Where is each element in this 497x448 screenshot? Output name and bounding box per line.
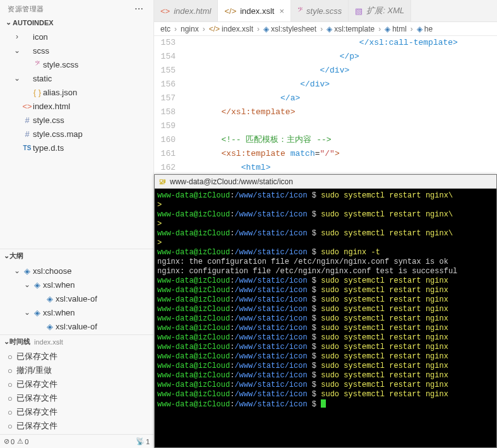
chevron-icon: ›	[13, 32, 21, 41]
tabbar: <>index.html</>index.xslt×𝄢style.scss▧扩展…	[154, 0, 497, 22]
breadcrumb-item[interactable]: ◈ xsl:template	[326, 25, 374, 33]
outline-label: xsl:choose	[33, 266, 71, 276]
timeline-header[interactable]: ⌄ 时间线 index.xslt	[0, 334, 153, 348]
breadcrumb-label: etc	[160, 25, 171, 33]
symbol-icon: ◈	[44, 294, 56, 304]
file-icon: 𝄢	[32, 59, 43, 69]
timeline-item[interactable]: ○已保存文件	[0, 350, 153, 363]
file-item[interactable]: { }alias.json	[0, 85, 153, 99]
outline-title: 大纲	[9, 251, 23, 261]
chevron-icon: ⌄	[13, 266, 21, 275]
outline-label: xsl:value-of	[56, 322, 97, 331]
breadcrumb-item[interactable]: etc	[160, 25, 171, 33]
file-label: style.scss	[43, 60, 78, 69]
chevron-icon: ⌄	[23, 280, 32, 289]
circle-icon: ○	[8, 352, 16, 362]
terminal-window[interactable]: 🖳 www-data@izCloud:/www/static/icon www-…	[154, 174, 497, 448]
breadcrumb-item[interactable]: ◈ html	[385, 25, 407, 33]
file-icon: #	[21, 129, 33, 139]
separator-icon: ›	[378, 25, 381, 33]
chevron-icon: ⌄	[13, 46, 21, 55]
file-item[interactable]: <>index.html	[0, 99, 153, 113]
tab-icon: <>	[160, 6, 170, 16]
terminal-titlebar[interactable]: 🖳 www-data@izCloud:/www/static/icon	[155, 175, 496, 189]
file-item[interactable]: #style.css	[0, 113, 153, 127]
separator-icon: ›	[203, 25, 205, 33]
outline-label: xsl:when	[43, 280, 75, 290]
project-header[interactable]: ⌄ AUTOINDEX	[0, 16, 153, 28]
breadcrumb-label: index.xslt	[222, 25, 253, 33]
folder-item[interactable]: ⌄scss	[0, 44, 153, 57]
timeline-label: 已保存文件	[16, 379, 57, 390]
breadcrumb-item[interactable]: nginx	[181, 25, 199, 33]
tab-style-scss[interactable]: 𝄢style.scss	[291, 0, 349, 21]
timeline-label: 已保存文件	[16, 420, 57, 432]
file-label: style.css.map	[33, 129, 83, 139]
timeline-item[interactable]: ○已保存文件	[0, 377, 153, 391]
tab-index-xslt[interactable]: </>index.xslt×	[218, 0, 291, 21]
chevron-icon: ⌄	[13, 74, 21, 83]
chevron-down-icon: ⌄	[4, 338, 9, 346]
tab-label: 扩展: XML	[366, 5, 404, 16]
statusbar: ⊘0 ⚠0 📡1	[0, 434, 153, 448]
breadcrumb-label: he	[424, 25, 433, 33]
close-icon[interactable]: ×	[279, 6, 284, 16]
breadcrumb-item[interactable]: </> index.xslt	[209, 25, 253, 33]
outline-item[interactable]: ◈xsl:value-of	[0, 319, 153, 333]
folder-item[interactable]: ⌄static	[0, 71, 153, 85]
file-icon: TS	[21, 144, 33, 151]
outline-item[interactable]: ⌄◈xsl:when	[0, 305, 153, 319]
tab-icon: 𝄢	[297, 6, 302, 16]
editor-area: <>index.html</>index.xslt×𝄢style.scss▧扩展…	[154, 0, 497, 448]
separator-icon: ›	[257, 25, 260, 33]
separator-icon: ›	[410, 25, 413, 33]
breadcrumb-label: xsl:template	[334, 25, 374, 33]
folder-item[interactable]: ›icon	[0, 30, 153, 44]
breadcrumb-label: nginx	[181, 25, 199, 33]
file-label: icon	[33, 32, 48, 42]
timeline-item[interactable]: ○撤消/重做	[0, 363, 153, 377]
tab-index-html[interactable]: <>index.html	[154, 0, 218, 21]
outline-item[interactable]: ⌄◈xsl:when	[0, 278, 153, 292]
tab-label: index.xslt	[240, 6, 274, 16]
breadcrumb-item[interactable]: ◈ he	[417, 25, 433, 33]
file-label: type.d.ts	[33, 143, 64, 153]
timeline-item[interactable]: ○已保存文件	[0, 419, 153, 433]
terminal-icon: 🖳	[159, 177, 166, 186]
tab-icon: </>	[224, 6, 236, 16]
port-icon[interactable]: 📡1	[136, 437, 150, 445]
separator-icon: ›	[174, 25, 177, 33]
more-actions-icon[interactable]: ⋯	[132, 4, 146, 14]
file-icon: #	[21, 115, 33, 125]
terminal-body[interactable]: www-data@izCloud:/www/static/icon $ sudo…	[155, 189, 496, 447]
outline-item[interactable]: ⌄◈xsl:choose	[0, 264, 153, 278]
breadcrumb[interactable]: etc›nginx›</> index.xslt›◈ xsl:styleshee…	[154, 22, 497, 36]
timeline-item[interactable]: ○已保存文件	[0, 405, 153, 419]
terminal-title: www-data@izCloud:/www/static/icon	[170, 177, 293, 186]
symbol-icon: ◈	[32, 308, 43, 317]
file-label: static	[33, 74, 52, 83]
circle-icon: ○	[8, 366, 16, 375]
warnings-icon[interactable]: ⚠0	[17, 437, 28, 445]
file-icon: { }	[32, 88, 43, 97]
file-tree: ›icon⌄scss𝄢style.scss⌄static{ }alias.jso…	[0, 28, 153, 156]
file-icon: <>	[21, 102, 33, 111]
outline-header[interactable]: ⌄ 大纲	[0, 249, 153, 262]
timeline-filename: index.xslt	[34, 338, 63, 346]
timeline-list: ○已保存文件○撤消/重做○已保存文件○已保存文件○已保存文件○已保存文件	[0, 348, 153, 434]
errors-icon[interactable]: ⊘0	[4, 437, 15, 445]
file-item[interactable]: TStype.d.ts	[0, 141, 153, 155]
file-item[interactable]: 𝄢style.scss	[0, 57, 153, 71]
symbol-icon: ◈	[44, 322, 56, 331]
circle-icon: ○	[8, 421, 16, 431]
tab-----XML[interactable]: ▧扩展: XML	[349, 0, 411, 21]
breadcrumb-item[interactable]: ◈ xsl:stylesheet	[263, 25, 316, 33]
file-item[interactable]: #style.css.map	[0, 127, 153, 141]
outline-item[interactable]: ◈xsl:value-of	[0, 292, 153, 305]
chevron-icon: ⌄	[23, 308, 32, 317]
chevron-down-icon: ⌄	[4, 18, 13, 27]
timeline-item[interactable]: ○已保存文件	[0, 391, 153, 405]
explorer-title: 资源管理器	[8, 4, 44, 14]
sidebar: 资源管理器 ⋯ ⌄ AUTOINDEX ›icon⌄scss𝄢style.scs…	[0, 0, 154, 448]
breadcrumb-label: xsl:stylesheet	[271, 25, 316, 33]
